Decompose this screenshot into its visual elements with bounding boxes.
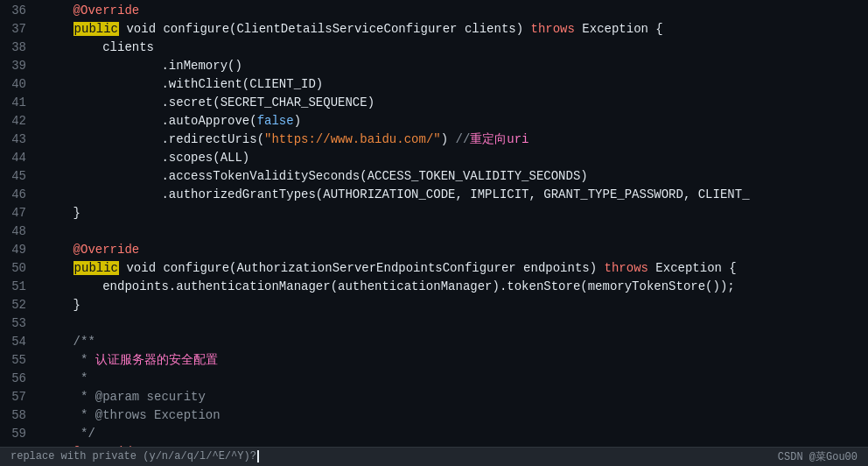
code-line-51: endpoints.authenticationManager(authenti…	[44, 278, 868, 296]
status-bar-right: CSDN @菜Gou00	[778, 449, 858, 464]
code-lines[interactable]: @Override public void configure(ClientDe…	[37, 0, 868, 447]
chinese-comment-55: 认证服务器的安全配置	[95, 353, 218, 367]
comment-43: //重定向uri	[456, 132, 529, 146]
code-line-46: .authorizedGrantTypes(AUTHORIZATION_CODE…	[44, 186, 868, 204]
line-num-49: 49	[7, 241, 26, 259]
line-num-51: 51	[7, 278, 26, 296]
line-num-52: 52	[7, 296, 26, 314]
keyword-throws-37: throws	[531, 22, 575, 36]
line-num-44: 44	[7, 149, 26, 167]
cursor-blink	[257, 450, 259, 462]
line-num-40: 40	[7, 75, 26, 94]
line-num-59: 59	[7, 425, 26, 443]
line-num-50: 50	[7, 259, 26, 278]
line-num-45: 45	[7, 167, 26, 186]
line-num-36: 36	[7, 2, 26, 20]
keyword-false-42: false	[257, 114, 294, 128]
line-num-57: 57	[7, 388, 26, 406]
code-line-53	[44, 314, 868, 333]
annotation-override-60: @Override	[74, 445, 140, 447]
line-num-41: 41	[7, 94, 26, 112]
code-line-45: .accessTokenValiditySeconds(ACCESS_TOKEN…	[44, 167, 868, 186]
annotation-override-36: @Override	[74, 4, 140, 18]
code-line-44: .scopes(ALL)	[44, 149, 868, 167]
code-line-55: * 认证服务器的安全配置	[44, 351, 868, 370]
code-line-42: .autoApprove(false)	[44, 112, 868, 131]
line-num-38: 38	[7, 39, 26, 57]
comment-55: * 认证服务器的安全配置	[44, 353, 218, 367]
line-num-46: 46	[7, 186, 26, 204]
code-line-48	[44, 222, 868, 241]
code-line-49: @Override	[44, 241, 868, 259]
code-area: 36 37 38 39 40 41 42 43 44 45 46 47 48 4…	[0, 0, 868, 447]
keyword-throws-50: throws	[605, 261, 648, 275]
line-num-48: 48	[7, 222, 26, 241]
code-line-40: .withClient(CLIENT_ID)	[44, 75, 868, 94]
code-line-56: *	[44, 370, 868, 388]
line-num-60: 60	[7, 443, 26, 447]
status-bar: replace with private (y/n/a/q/l/^E/^Y)? …	[0, 447, 868, 466]
code-line-58: * @throws Exception	[44, 406, 868, 425]
line-num-54: 54	[7, 333, 26, 351]
code-line-60: @Override	[44, 443, 868, 447]
code-line-39: .inMemory()	[44, 57, 868, 75]
code-line-43: .redirectUris("https://www.baidu.com/") …	[44, 131, 868, 149]
comment-54: /**	[44, 335, 95, 349]
annotation-override-49: @Override	[74, 243, 140, 257]
code-line-59: */	[44, 425, 868, 443]
line-num-53: 53	[7, 314, 26, 333]
code-line-38: clients	[44, 39, 868, 57]
line-num-39: 39	[7, 57, 26, 75]
code-editor: 36 37 38 39 40 41 42 43 44 45 46 47 48 4…	[0, 0, 868, 447]
code-line-36: @Override	[44, 2, 868, 20]
comment-56: *	[44, 371, 88, 385]
status-command-text: replace with private (y/n/a/q/l/^E/^Y)?	[10, 451, 256, 463]
line-num-43: 43	[7, 131, 26, 149]
keyword-public-37: public	[74, 22, 119, 36]
comment-57: * @param security	[44, 390, 206, 404]
code-line-37: public void configure(ClientDetailsServi…	[44, 20, 868, 39]
line-num-56: 56	[7, 370, 26, 388]
keyword-public-50: public	[74, 261, 119, 275]
status-bar-left: replace with private (y/n/a/q/l/^E/^Y)?	[10, 450, 259, 462]
code-line-50: public void configure(AuthorizationServe…	[44, 259, 868, 278]
line-num-47: 47	[7, 204, 26, 222]
code-line-57: * @param security	[44, 388, 868, 406]
code-line-52: }	[44, 296, 868, 314]
comment-59: */	[44, 427, 95, 441]
string-url-43: "https://www.baidu.com/"	[264, 132, 441, 146]
line-num-42: 42	[7, 112, 26, 131]
code-line-54: /**	[44, 333, 868, 351]
code-line-47: }	[44, 204, 868, 222]
code-line-41: .secret(SECRET_CHAR_SEQUENCE)	[44, 94, 868, 112]
line-num-58: 58	[7, 406, 26, 425]
comment-58: * @throws Exception	[44, 408, 220, 422]
line-numbers: 36 37 38 39 40 41 42 43 44 45 46 47 48 4…	[0, 0, 37, 447]
line-num-37: 37	[7, 20, 26, 39]
chinese-redirect-43: 重定向uri	[470, 132, 528, 146]
line-num-55: 55	[7, 351, 26, 370]
